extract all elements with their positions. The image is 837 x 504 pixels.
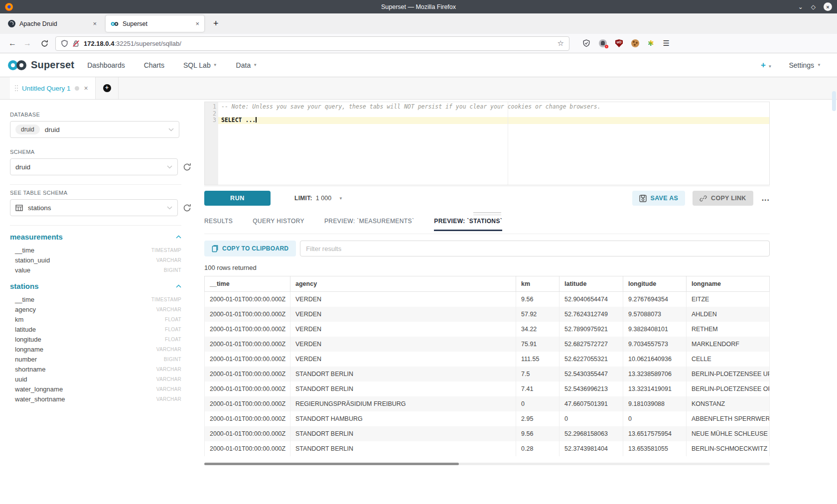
window-restore-icon[interactable]: ◇ — [811, 3, 816, 10]
database-select[interactable]: druid druid — [10, 121, 179, 138]
browser-tab-title: Apache Druid — [19, 20, 57, 27]
window-minimize-icon[interactable]: ⌄ — [798, 3, 803, 10]
more-options-icon[interactable]: ... — [762, 194, 770, 203]
insecure-lock-icon[interactable] — [72, 40, 80, 47]
run-toolbar: RUN LIMIT: 1 000 ▼ SAVE AS — [204, 186, 770, 210]
drag-handle-icon[interactable] — [15, 85, 16, 86]
resize-handle-icon[interactable] — [473, 212, 501, 217]
collapse-chevron-icon[interactable] — [176, 284, 181, 288]
browser-tab-superset[interactable]: Superset × — [106, 15, 204, 32]
cookie-extension-icon[interactable] — [631, 39, 639, 47]
chevron-down-icon: ▼ — [339, 196, 343, 201]
extension-shield-icon[interactable] — [582, 39, 590, 47]
cell-latitude: 52.5430355447 — [559, 367, 623, 381]
sql-editor[interactable]: 1 2 3 -- Note: Unless you save your quer… — [204, 102, 770, 185]
cell-km: 9.56 — [516, 426, 559, 441]
column-header[interactable]: __time — [205, 276, 290, 292]
cell-longitude: 13.3238589706 — [623, 367, 687, 381]
page-scrollbar-thumb[interactable] — [832, 91, 836, 111]
tracking-shield-icon[interactable] — [61, 40, 68, 47]
column-name: shortname — [15, 366, 45, 373]
filter-results-input[interactable] — [300, 241, 770, 256]
column-header[interactable]: latitude — [559, 276, 623, 292]
browser-tab-apache-druid[interactable]: Apache Druid × — [3, 15, 102, 32]
results-table: __timeagencykmlatitudelongitudelongname … — [204, 276, 770, 456]
forward-button[interactable]: → — [20, 39, 35, 48]
profile-extension-icon[interactable]: x — [599, 39, 607, 47]
query-tab-untitled-1[interactable]: Untitled Query 1 × — [10, 77, 96, 99]
table-schema-stations: stations __time TIMESTAMP agency VARCHAR — [10, 282, 191, 404]
column-name: latitude — [15, 326, 36, 333]
refresh-table-icon[interactable] — [183, 204, 191, 212]
table-row[interactable]: 2000-01-01T00:00:00.000Z VERDEN 34.22 52… — [205, 322, 770, 337]
browser-menu-icon[interactable]: ☰ — [663, 39, 670, 48]
table-row[interactable]: 2000-01-01T00:00:00.000Z STANDORT HAMBUR… — [205, 411, 770, 426]
cell-longname: BERLIN-PLOETZENSEE UP — [687, 367, 770, 381]
nav-data[interactable]: Data▼ — [236, 61, 258, 69]
cell-agency: STANDORT BERLIN — [290, 426, 516, 441]
column-header[interactable]: agency — [290, 276, 516, 292]
table-row[interactable]: 2000-01-01T00:00:00.000Z VERDEN 111.55 5… — [205, 352, 770, 367]
nav-sql-lab[interactable]: SQL Lab▼ — [183, 61, 217, 69]
table-row[interactable]: 2000-01-01T00:00:00.000Z STANDORT BERLIN… — [205, 426, 770, 441]
sqllab-sidebar: DATABASE druid druid SCHEMA druid SEE TA… — [0, 100, 199, 504]
tab-results[interactable]: RESULTS — [204, 218, 233, 231]
run-button[interactable]: RUN — [204, 191, 271, 206]
results-body: 2000-01-01T00:00:00.000Z VERDEN 9.56 52.… — [205, 292, 770, 456]
browser-new-tab-button[interactable]: + — [208, 18, 224, 29]
query-tab-close-icon[interactable]: × — [84, 84, 88, 92]
refresh-schema-icon[interactable] — [183, 163, 191, 171]
reload-icon[interactable] — [41, 40, 48, 47]
table-select[interactable]: stations — [10, 199, 178, 216]
cell-time: 2000-01-01T00:00:00.000Z — [205, 441, 290, 456]
scrollbar-thumb[interactable] — [204, 463, 459, 465]
nav-charts[interactable]: Charts — [144, 61, 164, 69]
settings-menu[interactable]: Settings▼ — [789, 61, 821, 69]
collapse-chevron-icon[interactable] — [176, 235, 181, 239]
column-name: value — [15, 266, 30, 274]
bookmark-star-icon[interactable]: ☆ — [558, 39, 564, 48]
tab-preview-measurements[interactable]: PREVIEW: `MEASUREMENTS` — [324, 218, 414, 231]
cell-latitude: 52.6827572727 — [559, 337, 623, 352]
limit-control[interactable]: LIMIT: 1 000 ▼ — [294, 195, 343, 202]
schema-select[interactable]: druid — [10, 158, 178, 175]
tab-close-icon[interactable]: × — [195, 20, 199, 27]
back-button[interactable]: ← — [5, 39, 20, 48]
table-row[interactable]: 2000-01-01T00:00:00.000Z REGIERUNGSPRÄSI… — [205, 396, 770, 411]
copy-link-button[interactable]: COPY LINK — [693, 191, 753, 206]
copy-to-clipboard-button[interactable]: COPY TO CLIPBOARD — [204, 241, 296, 256]
save-as-button[interactable]: SAVE AS — [632, 191, 686, 206]
table-row[interactable]: 2000-01-01T00:00:00.000Z VERDEN 57.92 52… — [205, 307, 770, 322]
column-header[interactable]: longname — [687, 276, 770, 292]
table-row[interactable]: 2000-01-01T00:00:00.000Z STANDORT BERLIN… — [205, 367, 770, 381]
table-row[interactable]: 2000-01-01T00:00:00.000Z STANDORT BERLIN… — [205, 381, 770, 396]
column-type: VARCHAR — [156, 377, 181, 382]
add-query-tab[interactable]: + — [96, 77, 119, 99]
tab-preview-stations[interactable]: PREVIEW: `STATIONS` — [434, 218, 502, 231]
tab-query-history[interactable]: QUERY HISTORY — [253, 218, 304, 231]
query-tab-title: Untitled Query 1 — [22, 85, 71, 92]
ublock-icon[interactable] — [615, 39, 623, 47]
druid-favicon — [8, 20, 15, 27]
column-name: number — [15, 356, 37, 363]
superset-brand[interactable]: Superset — [7, 59, 74, 71]
column-type: VARCHAR — [156, 307, 181, 312]
url-bar[interactable]: 172.18.0.4 :32251/superset/sqllab/ ☆ — [55, 36, 569, 51]
tab-close-icon[interactable]: × — [93, 20, 97, 27]
text-cursor — [256, 117, 257, 123]
window-close-icon[interactable]: × — [824, 2, 832, 11]
table-row[interactable]: 2000-01-01T00:00:00.000Z STANDORT BERLIN… — [205, 441, 770, 456]
column-header[interactable]: longitude — [623, 276, 687, 292]
pane-resize-divider[interactable] — [204, 210, 770, 218]
chevron-down-icon: ▼ — [768, 64, 772, 69]
cell-km: 111.55 — [516, 352, 559, 367]
horizontal-scrollbar[interactable] — [204, 463, 770, 465]
table-name[interactable]: stations — [10, 282, 39, 290]
table-name[interactable]: measurements — [10, 233, 63, 241]
table-row[interactable]: 2000-01-01T00:00:00.000Z VERDEN 75.91 52… — [205, 337, 770, 352]
asterisk-extension-icon[interactable]: ✱ — [648, 39, 654, 48]
new-item-button[interactable]: + ▼ — [761, 60, 772, 70]
column-header[interactable]: km — [516, 276, 559, 292]
nav-dashboards[interactable]: Dashboards — [87, 61, 125, 69]
table-row[interactable]: 2000-01-01T00:00:00.000Z VERDEN 9.56 52.… — [205, 292, 770, 307]
